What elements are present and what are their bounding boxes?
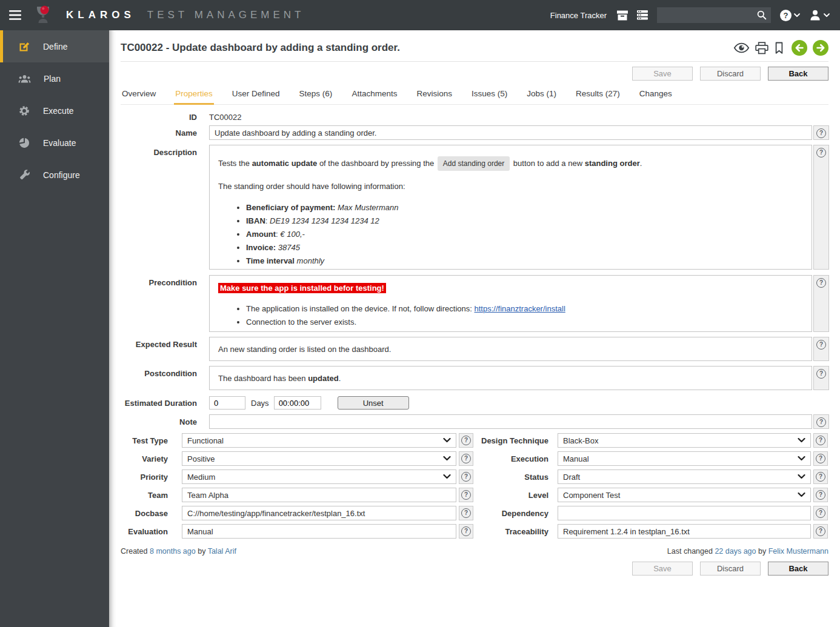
evaluation-input[interactable]: Manual <box>182 524 456 539</box>
question-icon: ? <box>461 454 471 463</box>
postcondition-editor[interactable]: The dashboard has been updated. <box>209 366 812 390</box>
traceability-input[interactable]: Requirement 1.2.4 in testplan_16.txt <box>558 524 811 539</box>
tab-revisions[interactable]: Revisions <box>415 89 453 105</box>
question-icon: ? <box>816 278 826 288</box>
created-time-link[interactable]: 8 months ago <box>150 547 196 556</box>
sidebar-item-define[interactable]: Define <box>0 30 109 62</box>
chevron-down-icon <box>443 438 451 443</box>
sidebar-item-plan[interactable]: Plan <box>0 62 109 95</box>
discard-button[interactable]: Discard <box>700 562 761 576</box>
precondition-help[interactable]: ? <box>813 275 829 332</box>
note-help[interactable]: ? <box>813 414 829 429</box>
dependency-input[interactable] <box>558 506 811 520</box>
execution-help[interactable]: ? <box>813 451 828 466</box>
archive-icon[interactable] <box>617 10 628 21</box>
variety-help[interactable]: ? <box>459 451 473 466</box>
form-row-id: ID TC00022 <box>121 113 828 122</box>
team-input[interactable]: Team Alpha <box>182 488 456 502</box>
traceability-help[interactable]: ? <box>813 524 828 539</box>
test-type-select[interactable]: Functional <box>182 433 456 448</box>
description-editor[interactable]: Tests the automatic update of the dashbo… <box>209 145 812 270</box>
description-help[interactable]: ? <box>813 145 829 270</box>
name-label: Name <box>121 125 197 140</box>
status-select[interactable]: Draft <box>558 469 811 484</box>
save-button[interactable]: Save <box>632 67 693 81</box>
chevron-down-icon <box>443 456 451 461</box>
bookmark-icon[interactable] <box>774 42 784 55</box>
name-input[interactable] <box>209 125 812 140</box>
changed-user-link[interactable]: Felix Mustermann <box>768 547 828 556</box>
project-name: Finance Tracker <box>550 11 607 20</box>
level-select[interactable]: Component Test <box>558 488 811 502</box>
sidebar-item-label: Configure <box>43 170 80 180</box>
form-row-description: Description Tests the automatic update o… <box>121 145 828 270</box>
user-menu[interactable] <box>809 9 830 21</box>
priority-help[interactable]: ? <box>459 469 473 484</box>
priority-select[interactable]: Medium <box>182 469 456 484</box>
save-button[interactable]: Save <box>632 562 693 576</box>
sidebar-item-configure[interactable]: Configure <box>0 159 109 191</box>
docbase-help[interactable]: ? <box>459 506 473 520</box>
help-icon[interactable]: ? <box>780 10 792 21</box>
team-label: Team <box>121 491 168 500</box>
question-icon: ? <box>816 526 825 536</box>
sidebar-item-execute[interactable]: Execute <box>0 95 109 127</box>
expected-result-label: Expected Result <box>121 337 197 361</box>
execution-select[interactable]: Manual <box>558 451 811 466</box>
variety-label: Variety <box>121 454 168 463</box>
discard-button[interactable]: Discard <box>700 67 761 81</box>
created-user-link[interactable]: Talal Arif <box>208 547 236 556</box>
top-bar: KLAROS TEST MANAGEMENT Finance Tracker ? <box>0 0 840 30</box>
tab-changes[interactable]: Changes <box>638 89 673 105</box>
test-type-help[interactable]: ? <box>459 433 473 448</box>
design-technique-help[interactable]: ? <box>813 433 828 448</box>
print-icon[interactable] <box>755 42 768 55</box>
team-help[interactable]: ? <box>459 488 473 502</box>
note-input[interactable] <box>209 414 812 429</box>
top-actions: Save Discard Back <box>121 67 828 81</box>
evaluation-help[interactable]: ? <box>459 524 473 539</box>
docbase-input[interactable]: C://home/testing/app/financetracker/test… <box>182 506 456 520</box>
unset-button[interactable]: Unset <box>338 396 409 410</box>
status-help[interactable]: ? <box>813 469 828 484</box>
name-help[interactable]: ? <box>813 125 829 140</box>
design-technique-select[interactable]: Black-Box <box>558 433 811 448</box>
expected-result-help[interactable]: ? <box>813 337 829 361</box>
back-button[interactable]: Back <box>768 562 828 576</box>
tab-results[interactable]: Results (27) <box>575 89 621 105</box>
dependency-help[interactable]: ? <box>813 506 828 520</box>
tab-issues[interactable]: Issues (5) <box>470 89 508 105</box>
changed-time-link[interactable]: 22 days ago <box>715 547 756 556</box>
question-icon: ? <box>816 508 825 518</box>
tab-jobs[interactable]: Jobs (1) <box>525 89 558 105</box>
duration-days-input[interactable] <box>209 396 245 410</box>
description-list: Beneficiary of payment: Max Mustermann I… <box>218 202 803 267</box>
test-suites-icon[interactable] <box>637 10 648 20</box>
level-help[interactable]: ? <box>813 488 828 502</box>
search-input[interactable] <box>662 10 757 21</box>
tab-user-defined[interactable]: User Defined <box>231 89 281 105</box>
tab-attachments[interactable]: Attachments <box>350 89 398 105</box>
expected-result-editor[interactable]: An new standing order is listed on the d… <box>209 337 812 361</box>
form-row: Docbase C://home/testing/app/financetrac… <box>121 506 828 520</box>
tab-properties[interactable]: Properties <box>174 89 214 105</box>
next-icon[interactable] <box>813 40 828 56</box>
tab-overview[interactable]: Overview <box>121 89 157 105</box>
preview-eye-icon[interactable] <box>733 42 750 53</box>
precondition-editor[interactable]: Make sure the app is installed befor tes… <box>209 275 812 332</box>
search-icon[interactable] <box>757 10 767 20</box>
help-menu[interactable]: ? <box>780 10 800 21</box>
menu-icon[interactable] <box>9 10 21 20</box>
install-link[interactable]: https://finanztracker/install <box>475 304 565 313</box>
sidebar-item-evaluate[interactable]: Evaluate <box>0 127 109 159</box>
postcondition-help[interactable]: ? <box>813 366 829 390</box>
back-button[interactable]: Back <box>768 67 828 81</box>
form-row-postcondition: Postcondition The dashboard has been upd… <box>121 366 828 390</box>
previous-icon[interactable] <box>792 40 807 56</box>
question-icon: ? <box>461 436 471 445</box>
variety-select[interactable]: Positive <box>182 451 456 466</box>
chevron-down-icon <box>798 493 805 497</box>
tab-steps[interactable]: Steps (6) <box>298 89 334 105</box>
duration-time-input[interactable] <box>274 396 321 410</box>
search-box <box>657 7 771 23</box>
